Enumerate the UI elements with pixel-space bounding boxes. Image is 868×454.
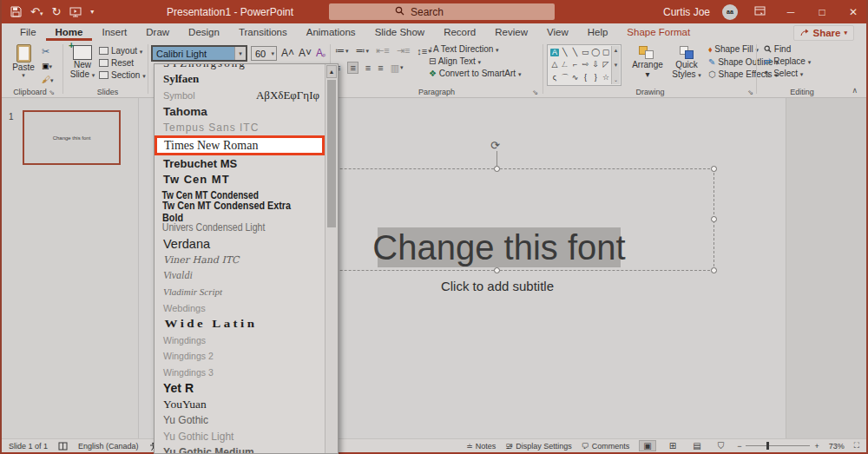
align-text-button[interactable]: ⊟ Align Text ▾: [429, 56, 521, 66]
resize-handle-bottom[interactable]: [494, 267, 500, 273]
font-item[interactable]: Vladimir Script: [155, 284, 325, 300]
shape-icon[interactable]: △: [550, 61, 559, 69]
slide-thumbnail[interactable]: Change this font: [23, 110, 121, 165]
slideshow-view-button[interactable]: ⛉: [714, 441, 728, 451]
font-item[interactable]: Verdana: [155, 236, 325, 253]
user-name[interactable]: Curtis Joe: [663, 6, 710, 18]
redo-icon[interactable]: ↻: [51, 6, 61, 17]
text-box-icon[interactable]: A: [550, 49, 559, 56]
font-item[interactable]: Vivaldi: [155, 268, 325, 285]
font-size-combo[interactable]: 60 ▾: [251, 46, 277, 61]
numbering-button[interactable]: ≕▾: [356, 45, 370, 56]
zoom-level[interactable]: 73%: [829, 442, 845, 451]
shape-icon[interactable]: ㄥ: [561, 61, 569, 69]
layout-button[interactable]: Layout ▾: [99, 46, 146, 56]
copy-icon[interactable]: ▣▾: [42, 62, 54, 70]
font-item-partial[interactable]: STZhongsong: [155, 64, 338, 71]
font-item[interactable]: SymbolΑβΧδΕφΓηΙφ: [155, 88, 325, 104]
display-settings-button[interactable]: 🖳Display Settings: [505, 442, 572, 451]
collapse-ribbon-icon[interactable]: ∧: [852, 86, 858, 95]
shapes-gallery[interactable]: A╲╲▭◯▢△ㄥ⌐⇨⇩◸ς⌒∿{}☆▲▼⌄: [547, 44, 621, 86]
tab-transitions[interactable]: Transitions: [229, 24, 297, 41]
tab-home[interactable]: Home: [46, 24, 93, 41]
shape-icon[interactable]: ∿: [571, 74, 580, 82]
zoom-out-icon[interactable]: −: [737, 442, 741, 451]
shape-icon[interactable]: {: [581, 74, 589, 82]
font-item[interactable]: Wingdings 2: [155, 348, 325, 365]
font-item[interactable]: Tw Cen MT Condensed Extra Bold: [155, 204, 307, 220]
resize-handle-top-right[interactable]: [711, 166, 717, 172]
justify-icon[interactable]: ≡: [378, 62, 383, 74]
tab-slide-show[interactable]: Slide Show: [365, 24, 435, 41]
font-item[interactable]: Wingdings 3: [155, 365, 325, 381]
paragraph-dialog-launcher-icon[interactable]: ⇘: [532, 89, 538, 96]
font-item[interactable]: Webdings: [155, 300, 325, 317]
tab-review[interactable]: Review: [485, 24, 537, 41]
font-item[interactable]: YouYuan: [155, 397, 325, 413]
drawing-dialog-launcher-icon[interactable]: ⇘: [747, 89, 753, 96]
tab-file[interactable]: File: [10, 24, 46, 41]
comments-button[interactable]: 🗩Comments: [582, 442, 630, 451]
slide-sorter-view-button[interactable]: ⊞: [666, 441, 680, 451]
tab-insert[interactable]: Insert: [92, 24, 136, 41]
font-item[interactable]: Tahoma: [155, 103, 325, 120]
resize-handle-top[interactable]: [494, 166, 500, 172]
zoom-in-icon[interactable]: +: [814, 442, 819, 451]
subtitle-placeholder[interactable]: Click to add subtitle: [366, 279, 628, 293]
avatar[interactable]: aa: [722, 4, 738, 20]
font-item[interactable]: Wingdings: [155, 332, 325, 349]
section-button[interactable]: Section ▾: [99, 70, 146, 80]
close-button[interactable]: ✕: [844, 6, 863, 18]
shape-icon[interactable]: }: [591, 74, 600, 82]
font-item[interactable]: Times New Roman: [155, 135, 325, 155]
increase-indent-icon[interactable]: ⇥≡: [397, 45, 411, 56]
font-item[interactable]: Tw Cen MT: [155, 172, 325, 188]
convert-smartart-button[interactable]: ❖ Convert to SmartArt ▾: [429, 69, 521, 78]
format-painter-icon[interactable]: 🖌▾: [42, 75, 54, 84]
zoom-slider[interactable]: − +: [737, 442, 819, 451]
font-item[interactable]: Yu Gothic Medium: [155, 444, 325, 453]
font-item[interactable]: Yu Gothic Light: [155, 429, 325, 445]
paste-button[interactable]: Paste ▾: [10, 44, 36, 79]
shape-icon[interactable]: ▢: [602, 49, 610, 56]
clear-formatting-button[interactable]: Aₚ: [316, 47, 326, 59]
undo-icon[interactable]: ↶▾: [30, 6, 43, 17]
font-item[interactable]: Wide Latin: [155, 316, 325, 332]
align-right-icon[interactable]: ≡: [365, 62, 371, 74]
tab-view[interactable]: View: [537, 24, 578, 41]
tab-animations[interactable]: Animations: [297, 24, 365, 41]
font-item[interactable]: Univers Condensed Light: [155, 220, 304, 236]
shape-icon[interactable]: ⇩: [591, 61, 600, 69]
font-item[interactable]: Yet R: [155, 380, 325, 397]
tab-record[interactable]: Record: [434, 24, 485, 41]
language-status[interactable]: English (Canada): [78, 442, 139, 451]
shape-icon[interactable]: ⌒: [561, 74, 569, 82]
maximize-button[interactable]: □: [812, 6, 832, 18]
share-button[interactable]: Share ▾: [793, 25, 854, 41]
reset-button[interactable]: Reset: [99, 58, 146, 68]
start-from-beginning-icon[interactable]: [69, 7, 82, 17]
slide-title-text[interactable]: Change this font: [378, 227, 621, 267]
resize-handle-right[interactable]: [711, 216, 717, 222]
cut-icon[interactable]: ✂: [42, 46, 54, 57]
customize-qat-icon[interactable]: ▾: [90, 9, 94, 16]
tab-design[interactable]: Design: [179, 24, 229, 41]
shape-icon[interactable]: ς: [550, 74, 559, 82]
notes-button[interactable]: ≐Notes: [466, 442, 496, 451]
shape-icon[interactable]: ⌐: [571, 61, 580, 69]
fit-to-window-icon[interactable]: ⛶: [854, 441, 859, 451]
shrink-font-button[interactable]: A˅: [299, 47, 312, 59]
bullets-button[interactable]: ≔▾: [335, 45, 349, 56]
scroll-thumb[interactable]: [327, 80, 336, 227]
arrange-button[interactable]: Arrange ▾: [628, 46, 667, 79]
font-item[interactable]: Trebuchet MS: [155, 155, 325, 172]
replace-button[interactable]: ⇄ Replace ▾: [764, 56, 811, 66]
select-button[interactable]: ⇖ Select ▾: [764, 69, 811, 78]
shapes-gallery-scrollbar[interactable]: ▲▼⌄: [611, 46, 620, 84]
tab-shape-format[interactable]: Shape Format: [617, 24, 700, 41]
reading-view-button[interactable]: ▤: [689, 441, 704, 451]
font-name-combo[interactable]: Calibri Light ▾: [151, 45, 247, 62]
minimize-button[interactable]: ─: [781, 6, 800, 18]
decrease-indent-icon[interactable]: ⇤≡: [376, 45, 390, 56]
font-item[interactable]: Yu Gothic: [155, 412, 325, 429]
